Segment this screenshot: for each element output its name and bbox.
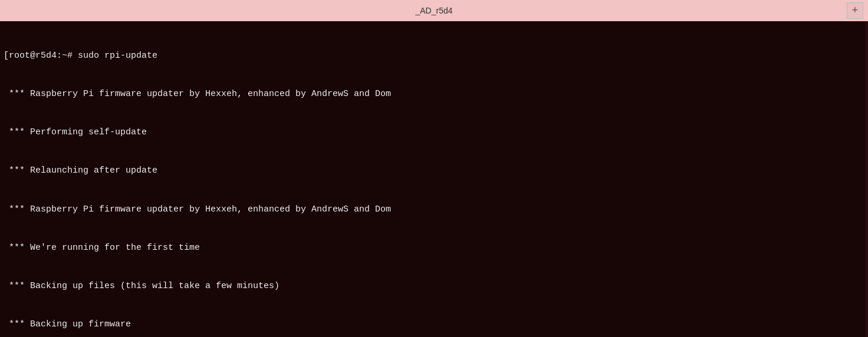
line-prompt: [root@r5d4:~# sudo rpi-update: [4, 49, 864, 62]
terminal-content: [root@r5d4:~# sudo rpi-update *** Raspbe…: [4, 24, 864, 337]
line-7: *** Backing up firmware: [4, 318, 864, 331]
line-1: *** Raspberry Pi firmware updater by Hex…: [4, 88, 864, 101]
line-2: *** Performing self-update: [4, 126, 864, 139]
window-title: _AD_r5d4: [415, 6, 452, 15]
terminal: [root@r5d4:~# sudo rpi-update *** Raspbe…: [0, 21, 868, 337]
line-3: *** Relaunching after update: [4, 164, 864, 177]
line-5: *** We're running for the first time: [4, 242, 864, 255]
scrollbar[interactable]: [865, 21, 868, 337]
add-tab-button[interactable]: +: [847, 2, 863, 19]
title-bar: _AD_r5d4 +: [0, 0, 868, 21]
line-4: *** Raspberry Pi firmware updater by Hex…: [4, 203, 864, 216]
line-6: *** Backing up files (this will take a f…: [4, 280, 864, 293]
